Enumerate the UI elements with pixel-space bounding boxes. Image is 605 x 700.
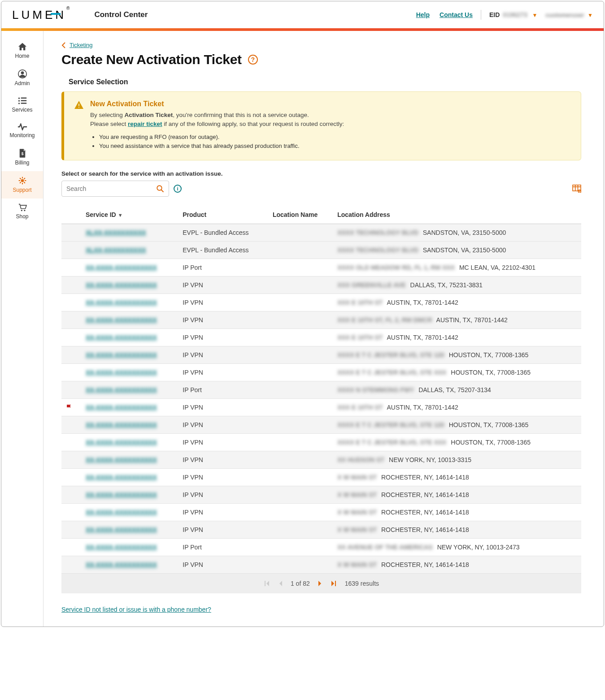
service-id-link[interactable]: XX-XXXX-XXXXXXXXXX <box>86 299 157 306</box>
location-address-cell: XXXX OLD MEADOW RD, FL 1, RM XXX MC LEAN… <box>333 259 581 277</box>
help-icon[interactable]: ? <box>248 55 258 65</box>
alert-heading: New Activation Ticket <box>90 100 344 108</box>
service-not-listed-link[interactable]: Service ID not listed or issue is with a… <box>61 606 211 613</box>
product-cell: IP VPN <box>178 434 268 451</box>
table-row[interactable]: XX-XXXX-XXXXXXXXXXIP VPNX W MAIN ST ROCH… <box>61 486 581 504</box>
service-id-link[interactable]: XX-XXXX-XXXXXXXXXX <box>86 474 157 481</box>
repair-ticket-link[interactable]: repair ticket <box>128 121 162 127</box>
table-row[interactable]: XX-XXXX-XXXXXXXXXXIP VPNXXXX E T C JESTE… <box>61 364 581 381</box>
page-first-icon[interactable] <box>264 580 270 587</box>
breadcrumb-link-ticketing[interactable]: Ticketing <box>70 42 93 48</box>
nav-admin[interactable]: Admin <box>1 65 43 92</box>
table-row[interactable]: XX-XXXX-XXXXXXXXXXIP VPNXX HUDSON ST NEW… <box>61 451 581 469</box>
user-icon <box>18 69 27 78</box>
table-row[interactable]: XX-XXXX-XXXXXXXXXXIP VPNXXX GREENVILLE A… <box>61 277 581 294</box>
activity-icon <box>17 123 27 130</box>
table-row[interactable]: XX-XXXX-XXXXXXXXXXIP VPNX W MAIN ST ROCH… <box>61 521 581 539</box>
table-row[interactable]: XX-XXXX-XXXXXXXXXXIP VPNXXX E 10TH ST, F… <box>61 311 581 329</box>
user-dropdown[interactable]: customeruser ▼ <box>538 12 593 18</box>
service-id-link[interactable]: XX-XXXX-XXXXXXXXXX <box>86 561 157 568</box>
svg-point-2 <box>18 98 19 99</box>
column-settings-icon[interactable] <box>572 185 581 193</box>
table-row[interactable]: XX-XXXX-XXXXXXXXXXIP VPNXXX E 10TH ST AU… <box>61 399 581 416</box>
nav-monitoring[interactable]: Monitoring <box>1 118 43 144</box>
list-icon <box>18 97 27 105</box>
service-id-link[interactable]: XX-XXXX-XXXXXXXXXX <box>86 281 157 289</box>
table-row[interactable]: XX-XXXX-XXXXXXXXXXIP PortXXXX N STEMMONS… <box>61 381 581 399</box>
table-row[interactable]: XX-XXXX-XXXXXXXXXXIP VPNX W MAIN ST ROCH… <box>61 469 581 486</box>
product-cell: IP VPN <box>178 399 268 416</box>
col-product[interactable]: Product <box>178 206 268 224</box>
table-row[interactable]: XX-XXXX-XXXXXXXXXXIP VPNXXXX E T C JESTE… <box>61 434 581 451</box>
col-location-address[interactable]: Location Address <box>333 206 581 224</box>
nav-support[interactable]: Support <box>1 171 43 199</box>
svg-text:$: $ <box>21 151 23 156</box>
service-id-link[interactable]: XX-XXXX-XXXXXXXXXX <box>86 439 157 446</box>
service-id-link[interactable]: XX-XXXX-XXXXXXXXXX <box>86 526 157 533</box>
col-location-name[interactable]: Location Name <box>268 206 333 224</box>
service-id-link[interactable]: XX-XXXX-XXXXXXXXXX <box>86 456 157 463</box>
service-id-link[interactable]: XX-XXXX-XXXXXXXXXX <box>86 509 157 516</box>
service-id-link[interactable]: XX-XXXX-XXXXXXXXXX <box>86 334 157 341</box>
flag-cell <box>61 259 77 277</box>
location-name-cell <box>268 416 333 434</box>
service-id-link[interactable]: XX-XXXX-XXXXXXXXXX <box>86 316 157 324</box>
back-chevron-icon[interactable] <box>61 42 66 48</box>
table-row[interactable]: XX-XXXX-XXXXXXXXXXIP VPNXXX E 10TH ST AU… <box>61 329 581 346</box>
search-input[interactable] <box>66 185 156 192</box>
location-address-cell: X W MAIN ST ROCHESTER, NY, 14614-1418 <box>333 504 581 521</box>
page-last-icon[interactable] <box>331 580 337 587</box>
location-name-cell <box>268 364 333 381</box>
eid-dropdown[interactable]: EID 0196273 ▼ <box>489 11 538 18</box>
location-name-cell <box>268 521 333 539</box>
service-id-link[interactable]: XX-XXXX-XXXXXXXXXX <box>86 386 157 393</box>
table-row[interactable]: XX-XXXX-XXXXXXXXXXIP PortXX AVENUE OF TH… <box>61 539 581 556</box>
product-cell: IP VPN <box>178 364 268 381</box>
invoice-icon: $ <box>18 149 26 158</box>
nav-services[interactable]: Services <box>1 92 43 118</box>
nav-billing[interactable]: $ Billing <box>1 144 43 171</box>
help-link[interactable]: Help <box>416 11 430 18</box>
product-name: Control Center <box>94 10 148 19</box>
product-cell: EVPL - Bundled Access <box>178 242 268 259</box>
search-icon[interactable] <box>156 185 164 193</box>
flag-icon <box>66 404 72 410</box>
service-id-link[interactable]: XX-XXXX-XXXXXXXXXX <box>86 404 157 411</box>
location-address-cell: XXXX TECHNOLOGY BLVD SANDSTON, VA, 23150… <box>333 224 581 242</box>
location-address-cell: X W MAIN ST ROCHESTER, NY, 14614-1418 <box>333 521 581 539</box>
table-row[interactable]: XX-XXXX-XXXXXXXXXXIP VPNXXX E 10TH ST AU… <box>61 294 581 311</box>
location-address-cell: XXXX TECHNOLOGY BLVD SANDSTON, VA, 23150… <box>333 242 581 259</box>
location-name-cell <box>268 556 333 574</box>
table-row[interactable]: XX-XXXX-XXXXXXXXXXIP VPNXXXX E T C JESTE… <box>61 416 581 434</box>
service-id-link[interactable]: XX-XXXX-XXXXXXXXXX <box>86 421 157 428</box>
service-id-link[interactable]: XX-XXXX-XXXXXXXXXX <box>86 264 157 271</box>
service-id-link[interactable]: XLXX-XXXXXXXXXX <box>86 246 146 254</box>
chevron-down-icon: ▼ <box>532 12 538 18</box>
col-service-id[interactable]: Service ID▼ <box>77 206 178 224</box>
nav-shop[interactable]: Shop <box>1 199 43 225</box>
service-id-link[interactable]: XX-XXXX-XXXXXXXXXX <box>86 369 157 376</box>
flag-cell <box>61 539 77 556</box>
table-row[interactable]: XX-XXXX-XXXXXXXXXXIP VPNXXXX E T C JESTE… <box>61 346 581 364</box>
cart-icon <box>18 203 27 212</box>
nav-home[interactable]: Home <box>1 37 43 65</box>
alert-bullet: You need assistance with a service that … <box>99 142 344 151</box>
service-id-link[interactable]: XX-XXXX-XXXXXXXXXX <box>86 491 157 498</box>
alert-line-2: Please select repair ticket if any of th… <box>90 120 344 129</box>
product-cell: IP Port <box>178 381 268 399</box>
table-row[interactable]: XLXX-XXXXXXXXXXEVPL - Bundled AccessXXXX… <box>61 242 581 259</box>
table-row[interactable]: XLXX-XXXXXXXXXXEVPL - Bundled AccessXXXX… <box>61 224 581 242</box>
flag-cell <box>61 416 77 434</box>
service-id-link[interactable]: XLXX-XXXXXXXXXX <box>86 229 146 236</box>
service-id-link[interactable]: XX-XXXX-XXXXXXXXXX <box>86 544 157 551</box>
svg-point-15 <box>579 191 580 192</box>
location-name-cell <box>268 242 333 259</box>
table-row[interactable]: XX-XXXX-XXXXXXXXXXIP PortXXXX OLD MEADOW… <box>61 259 581 277</box>
contact-link[interactable]: Contact Us <box>440 11 473 18</box>
service-id-link[interactable]: XX-XXXX-XXXXXXXXXX <box>86 351 157 359</box>
table-row[interactable]: XX-XXXX-XXXXXXXXXXIP VPNX W MAIN ST ROCH… <box>61 556 581 574</box>
page-prev-icon[interactable] <box>278 580 283 587</box>
page-next-icon[interactable] <box>318 580 322 587</box>
table-row[interactable]: XX-XXXX-XXXXXXXXXXIP VPNX W MAIN ST ROCH… <box>61 504 581 521</box>
info-icon[interactable]: i <box>174 185 182 193</box>
